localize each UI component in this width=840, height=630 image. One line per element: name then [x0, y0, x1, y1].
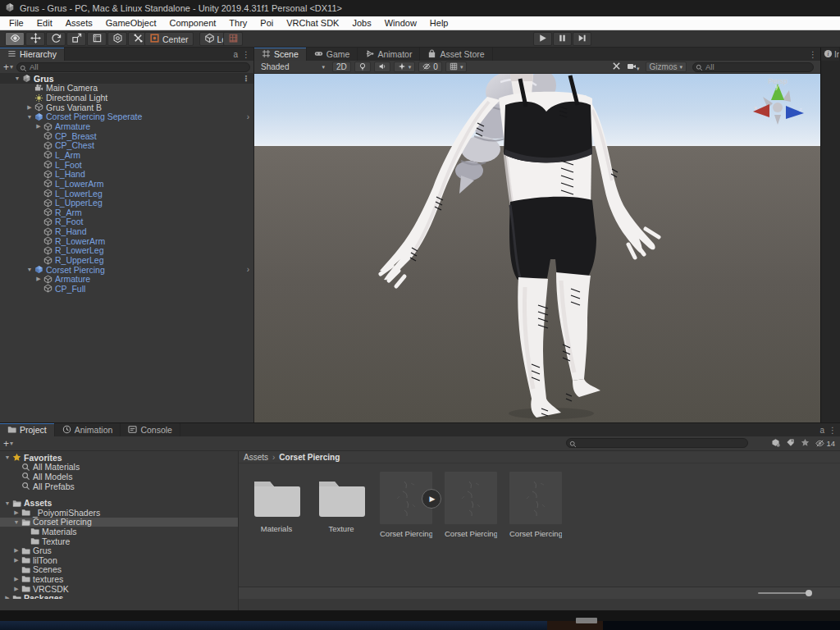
- project-tree-row[interactable]: Materials: [0, 527, 238, 536]
- hierarchy-row[interactable]: R_Hand: [0, 226, 253, 236]
- hierarchy-row[interactable]: Main Camera: [0, 84, 253, 94]
- hierarchy-row[interactable]: ▶Armature: [0, 274, 253, 284]
- play-button[interactable]: [533, 32, 552, 46]
- expander-icon[interactable]: ▼: [12, 519, 21, 525]
- asset-item[interactable]: Texture: [315, 472, 368, 538]
- project-tree-row[interactable]: ▶lilToon: [0, 555, 238, 565]
- scene-lighting-button[interactable]: [354, 62, 371, 72]
- scene-effects-dropdown[interactable]: ▾: [394, 62, 416, 72]
- gizmos-dropdown[interactable]: Gizmos▾: [646, 62, 687, 72]
- project-search-input[interactable]: [579, 439, 747, 448]
- tab-animator[interactable]: Animator: [358, 48, 420, 61]
- hierarchy-row[interactable]: ▼Corset Piercing Seperate›: [0, 112, 253, 122]
- expander-icon[interactable]: ▼: [3, 500, 11, 506]
- orientation-gizmo[interactable]: y x z Persp: [746, 79, 809, 85]
- project-tree-row[interactable]: ▼Favorites: [0, 453, 238, 463]
- tab-game[interactable]: Game: [307, 48, 358, 61]
- menu-item-vrchat-sdk[interactable]: VRChat SDK: [280, 18, 345, 28]
- menu-item-assets[interactable]: Assets: [59, 18, 99, 28]
- rect-tool-button[interactable]: [87, 32, 107, 46]
- asset-item[interactable]: Corset Piercing S...: [509, 472, 562, 538]
- expander-icon[interactable]: ▼: [3, 454, 11, 460]
- scene-tools-icon[interactable]: [612, 62, 621, 72]
- kebab-menu-icon[interactable]: ⋮: [242, 74, 249, 83]
- hierarchy-row[interactable]: CP_Chest: [0, 140, 253, 150]
- favorites-filter-icon[interactable]: [801, 438, 810, 449]
- hierarchy-row[interactable]: ▶Armature: [0, 121, 253, 131]
- rotate-tool-button[interactable]: [46, 32, 66, 46]
- hierarchy-row[interactable]: Directional Light: [0, 93, 253, 103]
- project-tree-row[interactable]: ▶textures: [0, 574, 238, 584]
- scene-grid-dropdown[interactable]: ▾: [445, 62, 468, 72]
- hierarchy-row[interactable]: L_Hand: [0, 169, 253, 179]
- hidden-packages-icon[interactable]: 14: [815, 439, 835, 448]
- expander-icon[interactable]: ▶: [25, 104, 34, 111]
- view-tool-button[interactable]: [5, 32, 25, 46]
- hierarchy-row[interactable]: CP_Breast: [0, 131, 253, 141]
- menu-item-gameobject[interactable]: GameObject: [99, 18, 163, 28]
- pause-button[interactable]: [553, 32, 572, 46]
- step-button[interactable]: [573, 32, 591, 46]
- expander-icon[interactable]: ▼: [25, 267, 34, 272]
- hierarchy-row[interactable]: L_Foot: [0, 160, 253, 170]
- menu-item-thry[interactable]: Thry: [222, 18, 253, 28]
- hierarchy-create-button[interactable]: +▾: [3, 62, 13, 73]
- hierarchy-row[interactable]: R_LowerLeg: [0, 246, 253, 256]
- shading-mode-dropdown[interactable]: Shaded ▾: [257, 62, 329, 72]
- menu-item-window[interactable]: Window: [378, 18, 423, 28]
- menu-item-edit[interactable]: Edit: [30, 18, 59, 28]
- project-tree-row[interactable]: Texture: [0, 536, 238, 546]
- tab-scene[interactable]: Scene: [254, 48, 307, 61]
- expander-icon[interactable]: ▶: [12, 509, 21, 516]
- hierarchy-search-input[interactable]: [30, 62, 249, 71]
- expander-icon[interactable]: ▶: [34, 276, 43, 282]
- tab-hierarchy[interactable]: Hierarchy: [0, 48, 65, 61]
- asset-item[interactable]: Corset Piercing: [445, 472, 497, 538]
- transform-tool-button[interactable]: [107, 32, 127, 46]
- menu-item-poi[interactable]: Poi: [253, 18, 280, 28]
- scene-viewport[interactable]: y x z Persp: [254, 74, 820, 422]
- hierarchy-row[interactable]: R_LowerArm: [0, 236, 253, 246]
- project-tree-row[interactable]: ▼Assets: [0, 498, 238, 508]
- project-create-button[interactable]: +▾: [3, 438, 13, 450]
- scene-camera-dropdown-icon[interactable]: ▾: [627, 62, 640, 72]
- expander-icon[interactable]: ▼: [25, 114, 34, 120]
- scale-tool-button[interactable]: [66, 32, 86, 46]
- thumbnail-zoom-knob[interactable]: [806, 590, 812, 596]
- expander-icon[interactable]: ▶: [3, 595, 11, 599]
- toggle-2d-button[interactable]: 2D: [332, 62, 351, 72]
- breadcrumb-root[interactable]: Assets: [244, 453, 268, 462]
- hierarchy-row[interactable]: ▼Corset Piercing›: [0, 265, 253, 275]
- project-tree-row[interactable]: ▶Packages: [0, 593, 238, 599]
- thumbnail-zoom-slider[interactable]: [758, 592, 809, 594]
- kebab-menu-icon[interactable]: ⋮: [242, 50, 249, 59]
- hierarchy-row[interactable]: L_LowerLeg: [0, 189, 253, 199]
- scene-search-input[interactable]: [705, 62, 813, 71]
- type-filter-icon[interactable]: [771, 438, 780, 449]
- breadcrumb-current[interactable]: Corset Piercing: [279, 453, 340, 462]
- hierarchy-row[interactable]: R_Foot: [0, 217, 253, 227]
- project-tree-row[interactable]: ▶VRCSDK: [0, 584, 238, 594]
- hierarchy-row[interactable]: R_Arm: [0, 208, 253, 217]
- move-tool-button[interactable]: [25, 32, 45, 46]
- hierarchy-row[interactable]: L_Arm: [0, 150, 253, 160]
- menu-item-file[interactable]: File: [2, 18, 30, 28]
- scene-audio-button[interactable]: [374, 62, 390, 72]
- kebab-menu-icon[interactable]: ⋮: [829, 426, 836, 435]
- tab-inspector[interactable]: i In: [821, 48, 840, 61]
- hierarchy-row[interactable]: L_LowerArm: [0, 179, 253, 189]
- scene-visibility-button[interactable]: 0: [418, 62, 442, 72]
- tab-asset-store[interactable]: Asset Store: [420, 48, 492, 61]
- menu-item-help[interactable]: Help: [423, 18, 455, 28]
- expander-icon[interactable]: ▶: [12, 557, 21, 564]
- expander-icon[interactable]: ▶: [12, 547, 21, 554]
- tab-console[interactable]: Console: [121, 423, 180, 436]
- project-tree-row[interactable]: Scenes: [0, 565, 238, 575]
- label-filter-icon[interactable]: [786, 438, 795, 449]
- expander-icon[interactable]: ▼: [13, 75, 21, 81]
- asset-item[interactable]: ▶Corset Piercing: [380, 472, 432, 538]
- expander-icon[interactable]: ▶: [12, 576, 21, 582]
- hierarchy-row[interactable]: ▶Grus Variant B: [0, 103, 253, 112]
- hierarchy-row[interactable]: CP_Full: [0, 284, 253, 294]
- tab-project[interactable]: Project: [0, 423, 55, 436]
